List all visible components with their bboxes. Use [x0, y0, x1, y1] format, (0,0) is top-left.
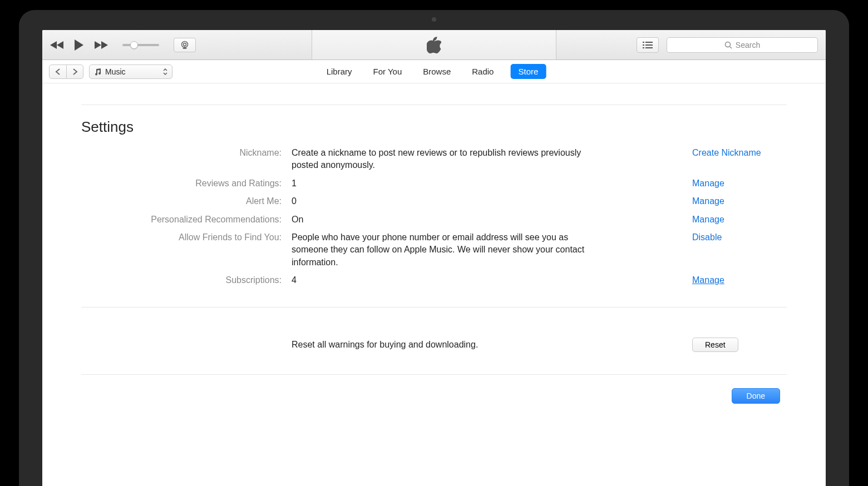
svg-line-9	[730, 47, 732, 48]
tab-radio[interactable]: Radio	[467, 65, 498, 78]
reset-warnings-row: Reset all warnings for buying and downlo…	[81, 338, 787, 352]
fast-forward-button[interactable]	[93, 40, 108, 50]
divider	[81, 105, 787, 105]
settings-row-alert-me: Alert Me: 0 Manage	[81, 195, 787, 207]
play-icon	[73, 39, 85, 51]
camera-dot	[432, 17, 436, 22]
rewind-icon	[50, 40, 65, 50]
tab-store[interactable]: Store	[510, 64, 546, 79]
row-label: Subscriptions:	[81, 274, 282, 286]
settings-heading: Settings	[81, 118, 787, 136]
row-value: 4	[292, 274, 592, 286]
laptop-frame: Search Music	[19, 10, 849, 486]
svg-point-1	[184, 43, 186, 46]
rewind-button[interactable]	[50, 40, 65, 50]
row-label: Nickname:	[81, 147, 282, 159]
svg-rect-7	[645, 47, 653, 48]
row-label: Personalized Recommendations:	[81, 214, 282, 226]
create-nickname-link[interactable]: Create Nickname	[692, 147, 787, 159]
svg-rect-3	[645, 42, 653, 43]
media-type-label: Music	[105, 67, 126, 76]
tab-navigation: Library For You Browse Radio Store	[322, 64, 546, 79]
search-icon	[724, 41, 732, 49]
chevron-left-icon	[55, 68, 61, 75]
top-toolbar: Search	[42, 30, 826, 60]
apple-logo-icon	[427, 37, 441, 53]
done-button[interactable]: Done	[732, 388, 780, 404]
settings-row-recommendations: Personalized Recommendations: On Manage	[81, 214, 787, 226]
reset-button[interactable]: Reset	[692, 338, 738, 352]
search-input[interactable]: Search	[667, 37, 818, 53]
settings-row-nickname: Nickname: Create a nickname to post new …	[81, 147, 787, 172]
search-placeholder: Search	[736, 41, 760, 49]
settings-row-reviews: Reviews and Ratings: 1 Manage	[81, 177, 787, 190]
row-label: Alert Me:	[81, 195, 282, 207]
row-label: Reviews and Ratings:	[81, 177, 282, 190]
row-value: 0	[292, 195, 592, 207]
play-button[interactable]	[73, 39, 85, 51]
manage-alerts-link[interactable]: Manage	[692, 195, 787, 207]
tab-library[interactable]: Library	[322, 65, 357, 78]
forward-button[interactable]	[66, 65, 83, 78]
disable-friends-link[interactable]: Disable	[692, 231, 787, 244]
tab-browse[interactable]: Browse	[418, 65, 455, 78]
toolbar-right-group: Search	[637, 37, 818, 53]
row-value: People who have your phone number or ema…	[292, 231, 592, 269]
svg-point-8	[725, 42, 730, 47]
row-value: 1	[292, 177, 592, 190]
row-value: Create a nickname to post new reviews or…	[292, 147, 592, 172]
chevron-right-icon	[72, 68, 78, 75]
manage-reviews-link[interactable]: Manage	[692, 177, 787, 190]
airplay-button[interactable]	[174, 38, 196, 52]
svg-rect-5	[645, 44, 653, 46]
back-button[interactable]	[50, 65, 66, 78]
volume-slider[interactable]	[122, 44, 159, 46]
manage-subscriptions-link[interactable]: Manage	[692, 274, 787, 286]
settings-row-subscriptions: Subscriptions: 4 Manage	[81, 274, 787, 286]
nav-button-group	[49, 65, 83, 79]
media-type-selector[interactable]: Music	[89, 65, 172, 79]
svg-rect-4	[643, 44, 644, 46]
row-value: On	[292, 214, 592, 226]
tab-for-you[interactable]: For You	[369, 65, 407, 78]
fast-forward-icon	[93, 40, 108, 50]
up-next-button[interactable]	[637, 37, 659, 53]
music-note-icon	[94, 68, 102, 76]
settings-row-friends: Allow Friends to Find You: People who ha…	[81, 231, 787, 269]
volume-knob[interactable]	[130, 41, 138, 49]
reset-warnings-text: Reset all warnings for buying and downlo…	[292, 340, 592, 350]
list-icon	[643, 41, 653, 49]
now-playing-display	[312, 30, 556, 59]
playback-controls	[50, 38, 196, 52]
divider	[81, 307, 787, 308]
divider	[81, 374, 787, 375]
app-window: Search Music	[42, 30, 826, 486]
content-area: Settings Nickname: Create a nickname to …	[42, 83, 826, 426]
footer-row: Done	[81, 388, 787, 404]
svg-rect-6	[643, 47, 644, 48]
row-label: Allow Friends to Find You:	[81, 231, 282, 244]
secondary-toolbar: Music Library For You Browse Radio Store	[42, 60, 826, 83]
manage-recommendations-link[interactable]: Manage	[692, 214, 787, 226]
updown-icon	[163, 68, 167, 75]
airplay-icon	[180, 41, 190, 49]
svg-rect-2	[643, 42, 644, 43]
